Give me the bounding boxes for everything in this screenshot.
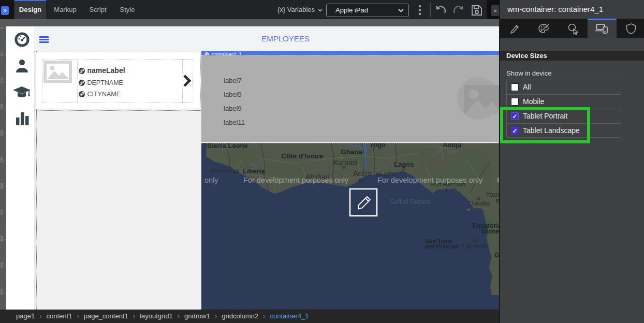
svg-text:Kumasi: Kumasi — [333, 158, 358, 167]
svg-text:For development purposes only: For development purposes only — [377, 176, 483, 184]
svg-text:Ga: Ga — [494, 252, 499, 259]
svg-text:Libreville: Libreville — [462, 242, 489, 250]
svg-text:Gulf of Guinea: Gulf of Guinea — [390, 198, 430, 205]
svg-text:only: only — [204, 176, 218, 184]
svg-text:Abuja: Abuja — [443, 143, 462, 149]
svg-text:Ghana: Ghana — [341, 148, 363, 156]
svg-text:Liberia: Liberia — [243, 167, 265, 175]
svg-text:Togo: Togo — [370, 143, 386, 149]
svg-text:Monrovia: Monrovia — [211, 168, 236, 174]
svg-text:Accra: Accra — [353, 169, 372, 178]
svg-text:Lagos: Lagos — [394, 160, 414, 168]
svg-text:Douala: Douala — [469, 199, 490, 207]
svg-text:Côte d'Ivoire: Côte d'Ivoire — [281, 152, 324, 160]
svg-text:Guinea: Guinea — [481, 228, 499, 235]
svg-text:Yaou: Yaou — [486, 190, 499, 198]
svg-text:For development purposes only: For development purposes only — [243, 176, 349, 184]
svg-text:Sierra Leone: Sierra Leone — [207, 143, 248, 150]
svg-text:and Príncipe: and Príncipe — [425, 243, 459, 249]
